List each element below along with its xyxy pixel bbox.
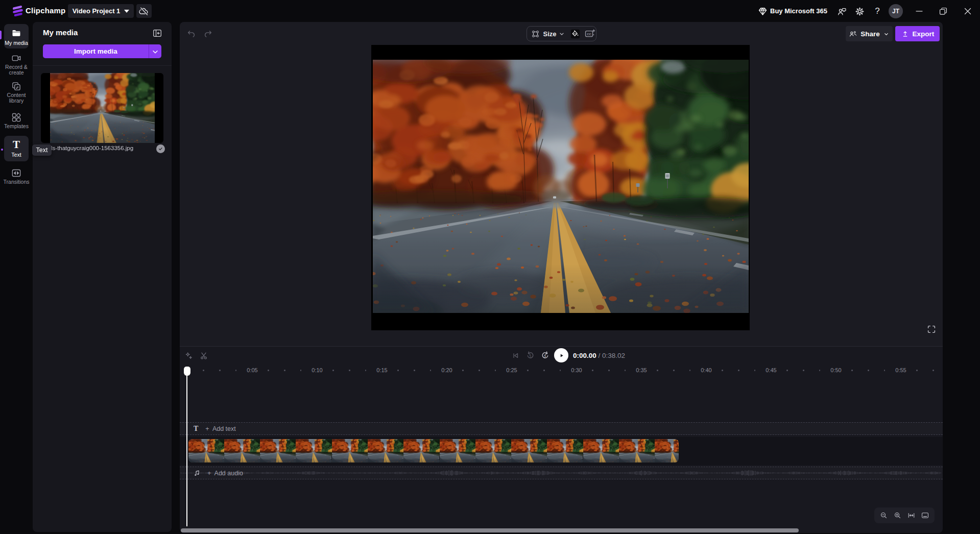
svg-text:5: 5 (529, 354, 531, 358)
svg-text:5: 5 (544, 354, 546, 358)
svg-text:CC: CC (587, 33, 591, 36)
